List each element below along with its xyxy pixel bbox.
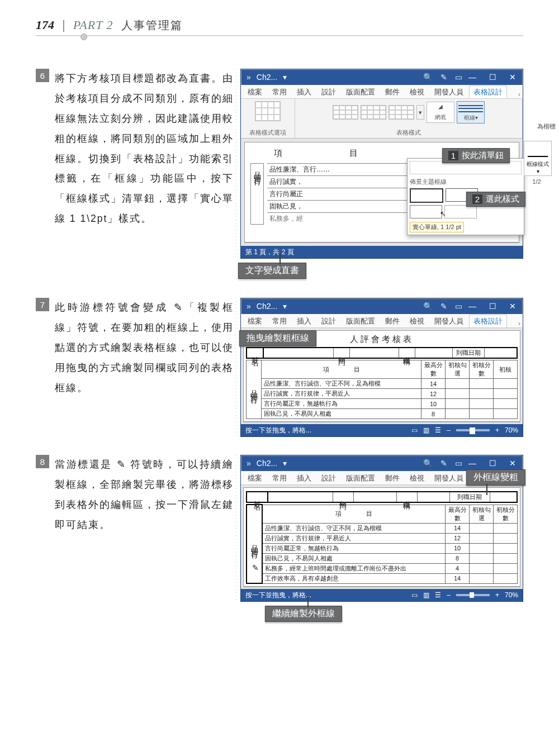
view-print-icon[interactable]: ▭	[411, 591, 418, 599]
table-style-swatch[interactable]	[389, 105, 414, 120]
step-number-8: 8	[36, 455, 49, 468]
tab-design[interactable]: 設計	[317, 315, 340, 327]
maximize-button[interactable]: ☐	[482, 73, 503, 82]
tooltip: 實心單線, 1 1/2 pt	[410, 222, 464, 232]
tab-dev[interactable]: 開發人員	[430, 315, 468, 327]
tab-view[interactable]: 檢視	[405, 85, 429, 98]
search-icon[interactable]: 🔍	[423, 73, 433, 82]
ribbon-group-options: 表格樣式選項	[241, 99, 295, 138]
page-number: 174	[36, 18, 54, 32]
tab-table-design[interactable]: 表格設計	[469, 85, 507, 98]
window-icon[interactable]: ▭	[455, 302, 462, 311]
tab-insert[interactable]: 插入	[292, 472, 316, 484]
running-head: 174 | PART 2 人事管理篇	[36, 18, 523, 33]
view-web-icon[interactable]: ☰	[435, 591, 441, 599]
tab-dev[interactable]: 開發人員	[430, 472, 468, 484]
close-button[interactable]: ✕	[503, 73, 523, 82]
view-web-icon[interactable]: ☰	[435, 426, 441, 434]
zoom-value: 70%	[505, 426, 518, 434]
page: 174 | PART 2 人事管理篇 6 將下方考核項目標題都改為直書。由於考核…	[0, 0, 559, 756]
tab-mail[interactable]: 郵件	[381, 472, 404, 484]
tab-mail[interactable]: 郵件	[381, 315, 404, 327]
tab-file[interactable]: 檔案	[243, 85, 267, 98]
zoom-out-icon[interactable]: –	[447, 591, 451, 599]
tab-layout[interactable]: 版面配置	[342, 472, 380, 484]
pen-icon[interactable]: ✎	[440, 73, 447, 82]
zoom-in-icon[interactable]: +	[495, 591, 499, 599]
tab-layout[interactable]: 版面配置	[342, 85, 380, 98]
more-icon[interactable]: »	[247, 459, 251, 468]
view-read-icon[interactable]: ▥	[423, 426, 429, 434]
search-icon[interactable]: 🔍	[423, 459, 433, 468]
brush-cursor-icon: ✎	[252, 563, 259, 572]
table-row: 固執己見，不易與人相處	[262, 409, 421, 419]
view-print-icon[interactable]: ▭	[411, 426, 418, 434]
table-style-swatch[interactable]	[333, 105, 358, 120]
border-style-item[interactable]	[444, 205, 477, 218]
table-row: 私務多，經常上班時間處理或擔離工作崗位不盡外出	[262, 563, 446, 573]
zoom-slider[interactable]	[456, 594, 490, 596]
zoom-in-icon[interactable]: +	[495, 426, 499, 434]
close-button[interactable]: ✕	[503, 459, 523, 468]
tab-insert[interactable]: 插入	[292, 315, 316, 327]
close-button[interactable]: ✕	[503, 302, 523, 311]
minimize-button[interactable]: —	[462, 459, 482, 468]
maximize-button[interactable]: ☐	[482, 302, 503, 311]
tab-insert[interactable]: 插入	[292, 85, 316, 98]
tab-design[interactable]: 設計	[317, 85, 340, 98]
tab-home[interactable]: 常用	[268, 315, 291, 327]
styles-more-icon[interactable]: ▾	[416, 105, 424, 120]
col-header-item: 項	[274, 148, 282, 159]
score-table: 品德言行 項 目 最高分數 初核勾選 初核分數 品性廉潔、言行誠信、守正不阿，足…	[246, 504, 518, 584]
maximize-button[interactable]: ☐	[482, 459, 503, 468]
tab-file[interactable]: 檔案	[243, 472, 267, 484]
minimize-button[interactable]: —	[462, 302, 482, 311]
tab-overflow-icon[interactable]: ›	[518, 319, 520, 327]
tab-mail[interactable]: 郵件	[381, 85, 404, 98]
tab-design[interactable]: 設計	[317, 472, 340, 484]
table-row: 工作效率高，具有卓越創意	[262, 573, 446, 583]
chevron-down-icon[interactable]: ▾	[283, 302, 287, 311]
step-number-7: 7	[36, 298, 49, 311]
ribbon-group-styles: ▾ ◢網底 框線▾ 表格樣式	[295, 99, 523, 138]
shading-button[interactable]: ◢網底	[427, 102, 454, 123]
tab-view[interactable]: 檢視	[405, 315, 429, 327]
minimize-button[interactable]: —	[462, 73, 482, 82]
callout-outer-thick: 外框線變粗	[466, 469, 525, 486]
border-style-dropdown[interactable]: 框線樣式▾	[524, 141, 552, 176]
tab-home[interactable]: 常用	[268, 472, 291, 484]
table-row: 品性廉潔、言行誠信、守正不阿，足為楷模	[262, 523, 446, 533]
tab-home[interactable]: 常用	[268, 85, 291, 98]
table-style-swatch[interactable]	[361, 105, 386, 120]
tab-table-design[interactable]: 表格設計	[469, 315, 507, 327]
more-icon[interactable]: »	[247, 73, 251, 82]
tab-overflow-icon[interactable]: ›	[518, 90, 520, 98]
border-style-item[interactable]	[410, 188, 443, 203]
chevron-down-icon[interactable]: ▾	[283, 73, 287, 82]
page-part: PART 2	[73, 18, 113, 32]
pen-icon[interactable]: ✎	[440, 302, 447, 311]
col-header-moku: 目	[349, 148, 358, 159]
pen-icon[interactable]: ✎	[440, 459, 447, 468]
borders-button[interactable]: 框線▾	[457, 101, 485, 123]
zoom-slider[interactable]	[456, 429, 490, 431]
tab-file[interactable]: 檔案	[243, 315, 267, 327]
tab-layout[interactable]: 版面配置	[342, 315, 380, 327]
zoom-out-icon[interactable]: –	[447, 426, 451, 434]
tab-view[interactable]: 檢視	[405, 472, 429, 484]
search-icon[interactable]: 🔍	[423, 302, 433, 311]
table-row: 品性廉潔、言行誠信、守正不阿，足為楷模	[262, 379, 421, 389]
more-icon[interactable]: »	[247, 302, 251, 311]
view-read-icon[interactable]: ▥	[423, 591, 429, 599]
outer-table-thick: 姓名 部門 職稱 到職日期	[246, 491, 518, 503]
tab-dev[interactable]: 開發人員	[430, 85, 468, 98]
window-icon[interactable]: ▭	[455, 73, 462, 82]
table-row: 品行誠實，言行規律，平易近人	[262, 389, 421, 399]
chevron-down-icon[interactable]: ▾	[283, 459, 287, 468]
table-style-options-button[interactable]	[255, 101, 281, 121]
outer-table: 姓名 部門 職稱 到職日期	[246, 347, 518, 359]
doc-title: Ch2...	[257, 73, 277, 82]
window-icon[interactable]: ▭	[455, 459, 462, 468]
callout-2: 2選此樣式	[466, 192, 525, 207]
border-style-item[interactable]	[410, 205, 442, 218]
